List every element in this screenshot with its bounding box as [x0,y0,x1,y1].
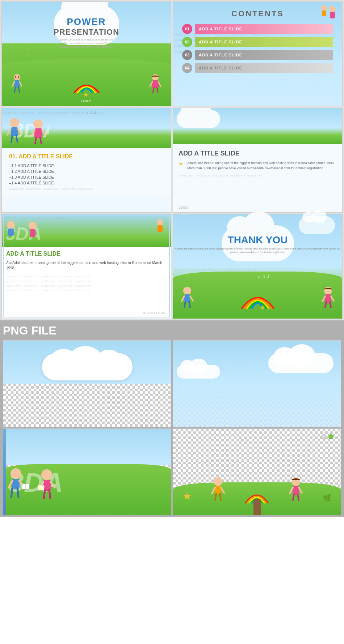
svg-point-36 [157,219,163,226]
png2-cloud [268,344,333,373]
slide5-body: ADD A TITLE SLIDE AsaAdal has been runni… [6,251,167,293]
png4-stump [253,499,261,515]
svg-line-13 [157,88,158,93]
slide6-girl [321,286,335,313]
svg-line-58 [17,488,18,497]
svg-line-69 [221,487,224,493]
png-cell-1 [3,340,171,427]
slide6-boy [180,286,194,313]
slide3-list: –1.1 ADD A TITLE SLIDE –1.2 ADD A TITLE … [9,163,164,185]
png-cell-3: 3DA [3,428,171,515]
slide5-body-wm: asadal.com asadal.com asadal.com asadal.… [6,274,167,293]
png-inner-1 [3,341,171,427]
slide6-rainbow [240,290,276,311]
svg-line-5 [18,87,20,93]
contents-num-4: 04 [182,63,192,73]
slide6-bg-cloud [299,216,335,234]
slide3-main-title: 01. ADD A TITLE SLIDE [9,153,164,160]
contents-item-4: 04 ADD A TITLE SLIDE [182,63,333,73]
png4-boy [211,477,225,504]
contents-item-2: 02 ADD A TITLE SLIDE [182,37,333,47]
slide3-top-scene: 3D A [2,108,171,148]
svg-point-34 [29,222,37,230]
slide4-top: asadal.com asadal.com asadal.com asadal.… [173,108,342,144]
slide6-grass: ♪ ♫ ♩ ★ [173,272,342,319]
slide1-music-notes: ♪ ♫ ♩ [24,48,35,54]
svg-line-77 [298,494,299,500]
png4-circles [321,434,333,439]
slide5-top-scene: 3DA asadal.com asadal.com asadal.com asa… [2,214,171,247]
slide1-logo: LOGO [81,99,92,103]
slide2-char-area [319,4,340,30]
svg-rect-26 [34,128,42,138]
slide3-list-item-2: –1.2 ADD A TITLE SLIDE [9,169,164,174]
slide4-desc-area: ★ Asadal has been running one of the big… [179,161,337,171]
slide4-top-wm: asadal.com asadal.com asadal.com asadal.… [173,139,342,144]
contents-bar-1: ADD A TITLE SLIDE [195,24,333,34]
slide-5-section: 3DA asadal.com asadal.com asadal.com asa… [1,214,171,319]
png2-cloud2-b2 [189,359,207,374]
svg-point-6 [15,76,16,78]
contents-bar-4: ADD A TITLE SLIDE [195,63,333,73]
svg-line-71 [220,494,221,500]
slide6-thank: THANK YOU Asadal has been running one of… [173,234,342,254]
svg-point-19 [10,118,19,128]
slide1-girl-char [149,74,162,95]
png3-chars: 3DA [7,459,61,504]
svg-rect-9 [152,80,159,88]
png3-bar [3,429,6,515]
slide1-presentation-text: PRESENTATION [2,27,171,37]
svg-rect-45 [325,294,331,303]
svg-point-66 [214,477,222,486]
svg-point-25 [33,119,43,129]
contents-num-1: 01 [182,24,192,34]
png2-cloud2 [177,359,220,379]
svg-line-12 [153,88,154,93]
slide3-bottom-wm: asadal.com asadal.com asadal.com asadal.… [9,187,164,192]
svg-point-59 [41,469,52,480]
svg-line-49 [330,302,331,307]
svg-point-16 [329,6,336,12]
svg-point-38 [183,287,191,295]
svg-line-23 [11,136,12,142]
slide4-cloud [177,110,220,128]
slide3-chars: 3D A [5,110,49,148]
slide1-boy-char [11,74,24,95]
slide4-body-wm: asadal.com asadal.com asadal.com asadal.… [179,174,337,178]
slide-2-contents: CONTENTS asadal.com asadal.com asadal.co… [173,1,343,106]
slide3-bottom: 01. ADD A TITLE SLIDE –1.1 ADD A TITLE S… [2,148,171,197]
png-section: PNG FILE [0,320,344,517]
slide4-heading: ADD A TITLE SLIDE [179,150,337,157]
svg-line-76 [293,494,294,500]
svg-line-3 [20,82,22,86]
slide-4-detail: asadal.com asadal.com asadal.com asadal.… [173,108,343,213]
png2-cloud-b2 [288,344,315,368]
slides-grid-top: POWER PRESENTATION asadal.com asadal.com… [0,0,344,214]
slide6-notes: ♪ ♫ ♩ [258,273,269,279]
svg-rect-73 [293,486,299,495]
slide3-list-item-1: –1.1 ADD A TITLE SLIDE [9,163,164,168]
svg-point-0 [14,74,20,81]
svg-line-43 [189,302,190,307]
contents-item-3: 03 ADD A TITLE SLIDE [182,50,333,60]
slide5-char-right [154,218,167,238]
contents-item-1: 01 ADD A TITLE SLIDE [182,24,333,34]
svg-line-11 [158,82,161,86]
svg-rect-63 [38,485,44,490]
slide5-title: ADD A TITLE SLIDE [6,251,167,257]
png-cell-2 [173,340,341,427]
svg-line-65 [49,490,50,498]
slide6-wm: asadal.com asadal.com asadal.com asadal.… [173,266,342,273]
contents-num-2: 02 [182,37,192,47]
svg-line-4 [14,87,16,93]
slide1-title-block: POWER PRESENTATION [2,16,171,37]
svg-rect-33 [8,229,14,236]
svg-point-51 [11,468,21,479]
png-inner-4: ★ [173,429,341,515]
svg-line-74 [290,487,293,494]
png-section-title: PNG FILE [3,324,341,337]
slides-grid-bottom: 3DA asadal.com asadal.com asadal.com asa… [0,214,344,320]
contents-num-3: 03 [182,50,192,60]
slide-6-thank-you: THANK YOU Asadal has been running one of… [173,214,343,319]
contents-bar-2: ADD A TITLE SLIDE [195,37,333,47]
